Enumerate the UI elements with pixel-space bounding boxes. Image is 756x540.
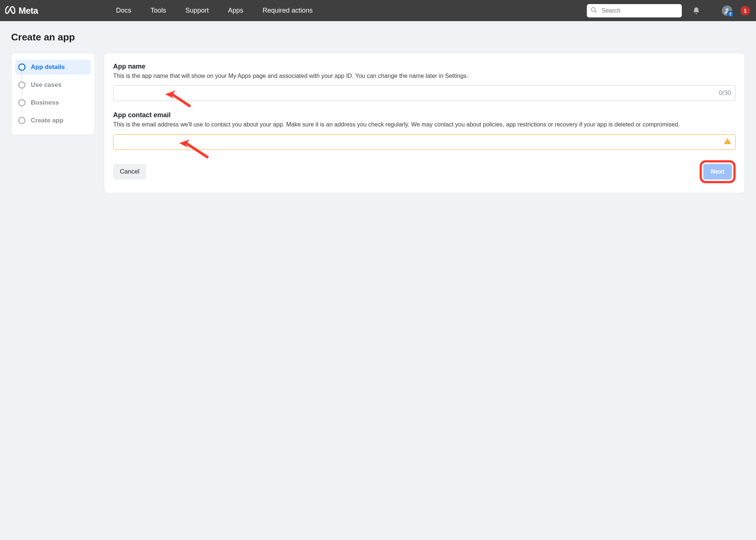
step-circle-icon — [18, 99, 26, 106]
step-label: Create app — [31, 117, 63, 124]
app-name-label: App name — [113, 63, 736, 70]
nav-tools[interactable]: Tools — [151, 7, 166, 14]
next-button[interactable]: Next — [703, 164, 732, 180]
top-bar: Meta Docs Tools Support Apps Required ac… — [0, 0, 756, 21]
step-app-details[interactable]: App details — [15, 60, 91, 75]
annotation-highlight-box: Next — [700, 160, 736, 183]
steps-sidebar: App details Use cases Business Create ap… — [11, 53, 95, 135]
step-business[interactable]: Business — [15, 95, 91, 110]
app-name-input[interactable] — [113, 85, 736, 101]
nav-required-actions[interactable]: Required actions — [263, 7, 313, 14]
form-buttons: Cancel Next — [113, 160, 736, 183]
search-input[interactable] — [602, 7, 678, 14]
form-panel: App name This is the app name that will … — [104, 53, 745, 193]
notifications-bell-icon[interactable] — [692, 6, 700, 15]
step-label: Business — [31, 99, 59, 106]
brand[interactable]: Meta — [5, 6, 38, 16]
cancel-button[interactable]: Cancel — [113, 164, 146, 180]
step-label: App details — [31, 63, 65, 71]
step-create-app[interactable]: Create app — [15, 113, 91, 128]
step-circle-icon — [18, 63, 26, 71]
top-nav: Docs Tools Support Apps Required actions — [116, 7, 313, 14]
brand-name: Meta — [19, 6, 38, 16]
page-title: Create an app — [11, 32, 745, 43]
notification-count-badge[interactable]: 1 — [740, 6, 750, 16]
svg-line-1 — [595, 11, 596, 12]
step-circle-icon — [18, 117, 26, 124]
search-box[interactable] — [587, 4, 682, 17]
svg-point-2 — [726, 8, 729, 11]
meta-logo-icon — [5, 6, 16, 16]
contact-email-row — [113, 134, 736, 150]
contact-email-description: This is the email address we'll use to c… — [113, 121, 736, 129]
step-use-cases[interactable]: Use cases — [15, 78, 91, 92]
app-name-char-counter: 0/30 — [719, 89, 731, 97]
app-name-description: This is the app name that will show on y… — [113, 72, 736, 80]
warning-icon — [724, 138, 731, 146]
contact-email-input[interactable] — [113, 134, 736, 150]
user-avatar[interactable]: f — [722, 6, 732, 16]
step-circle-icon — [18, 81, 26, 89]
contact-email-label: App contact email — [113, 111, 736, 119]
facebook-badge-icon: f — [727, 11, 734, 17]
nav-apps[interactable]: Apps — [228, 7, 243, 14]
app-name-row: 0/30 — [113, 85, 736, 101]
nav-support[interactable]: Support — [185, 7, 209, 14]
search-icon — [591, 7, 597, 15]
nav-docs[interactable]: Docs — [116, 7, 131, 14]
step-label: Use cases — [31, 81, 62, 89]
